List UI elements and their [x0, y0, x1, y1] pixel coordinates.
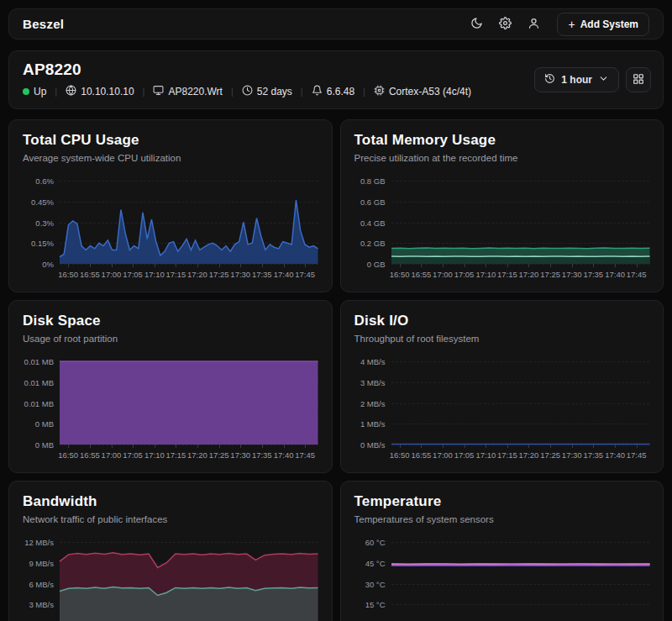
globe-icon: [66, 85, 76, 98]
x-axis-tick-label: 17:10: [144, 270, 165, 279]
x-axis-tick-label: 17:40: [605, 450, 625, 460]
temperature-chart-svg: [391, 542, 650, 621]
x-axis-tick: [90, 264, 91, 267]
x-axis-tick: [176, 445, 176, 448]
user-menu-button[interactable]: [522, 13, 545, 36]
x-axis-tick-label: 17:45: [627, 450, 647, 460]
memory-chart-svg: [391, 181, 650, 264]
y-axis-tick-label: 0.6%: [35, 176, 54, 186]
y-axis-tick-label: 30 °C: [365, 579, 386, 588]
hostname: AP8220.Wrt: [168, 86, 222, 97]
x-axis-tick: [486, 445, 486, 448]
x-axis-tick-label: 17:00: [433, 270, 453, 279]
x-axis-tick: [421, 264, 422, 267]
y-axis-tick-label: 0 MB: [35, 419, 54, 429]
x-axis-tick-label: 17:00: [102, 270, 122, 279]
x-axis-tick: [400, 445, 401, 448]
layout-grid-icon: [633, 73, 644, 87]
x-axis-tick-label: 16:55: [412, 270, 432, 279]
x-axis-tick-label: 16:55: [412, 450, 432, 460]
disk-space-chart-card: Disk Space Usage of root partition 0.01 …: [8, 300, 333, 473]
y-axis-tick-label: 2 MB/s: [360, 398, 386, 408]
x-axis-tick: [240, 445, 241, 448]
bandwidth-received-area: [60, 587, 318, 621]
x-axis-tick-label: 17:20: [519, 270, 539, 279]
x-axis-tick-label: 17:45: [627, 270, 647, 279]
disk-io-plot[interactable]: [391, 361, 650, 445]
x-axis-tick: [197, 264, 198, 267]
x-axis-tick: [68, 264, 69, 267]
chart-subtitle: Precise utilization at the recorded time: [354, 153, 650, 163]
x-axis-tick: [593, 445, 594, 448]
y-axis: 0.01 MB0.01 MB0.01 MB0 MB0 MB: [23, 361, 60, 445]
clock-icon: [242, 85, 253, 98]
x-axis-tick: [133, 264, 134, 267]
divider: |: [363, 87, 365, 97]
y-axis-tick-label: 60 °C: [365, 538, 386, 547]
status-label: Up: [34, 86, 46, 97]
x-axis-tick: [155, 264, 155, 267]
x-axis-tick: [528, 264, 529, 267]
x-axis-tick: [550, 445, 551, 448]
y-axis-tick-label: 0%: [42, 260, 54, 269]
chart-subtitle: Average system-wide CPU utilization: [23, 153, 318, 163]
layout-grid-button[interactable]: [626, 67, 651, 92]
x-axis-tick: [528, 445, 529, 448]
charts-grid: Total CPU Usage Average system-wide CPU …: [8, 119, 664, 621]
x-axis-tick-label: 16:55: [80, 450, 100, 460]
y-axis-tick-label: 0.01 MB: [24, 357, 54, 366]
x-axis: 16:5016:5517:0017:0517:1017:1517:2017:25…: [391, 445, 650, 462]
temperature-plot[interactable]: [391, 542, 650, 621]
x-axis-tick: [572, 445, 573, 448]
x-axis-tick: [572, 264, 573, 267]
x-axis-tick-label: 17:20: [519, 450, 539, 460]
diskio-chart-svg: [391, 361, 650, 445]
y-axis-tick-label: 0.8 GB: [360, 176, 386, 186]
x-axis-tick: [443, 445, 444, 448]
x-axis-tick: [421, 445, 422, 448]
x-axis-tick-label: 17:45: [295, 270, 315, 279]
x-axis-tick: [507, 264, 508, 267]
system-ip: 10.10.10.10: [66, 85, 134, 98]
cpu-cpu-area: [60, 200, 318, 264]
time-range-select[interactable]: 1 hour: [534, 67, 619, 92]
x-axis-tick: [112, 445, 113, 448]
disk-space-plot[interactable]: [60, 361, 318, 445]
add-system-button[interactable]: + Add System: [557, 13, 649, 36]
add-system-label: Add System: [580, 18, 638, 30]
x-axis-tick: [443, 264, 444, 267]
y-axis-tick-label: 0 MB: [35, 440, 54, 450]
x-axis-tick: [615, 264, 616, 267]
top-nav: Beszel + Add System: [8, 8, 664, 39]
y-axis-tick-label: 1 MB/s: [360, 419, 386, 429]
user-icon: [528, 17, 540, 32]
cpu-usage-plot[interactable]: [60, 181, 318, 264]
memory-usage-plot[interactable]: [391, 181, 650, 264]
theme-toggle-button[interactable]: [465, 13, 488, 36]
y-axis-tick-label: 15 °C: [365, 600, 386, 609]
x-axis-tick: [219, 264, 220, 267]
x-axis-tick-label: 17:20: [187, 450, 207, 460]
x-axis-tick-label: 17:30: [562, 270, 582, 279]
cpu-usage-chart-card: Total CPU Usage Average system-wide CPU …: [8, 119, 333, 292]
brand-logo[interactable]: Beszel: [23, 17, 64, 31]
x-axis-tick: [133, 445, 134, 448]
x-axis-tick: [90, 445, 91, 448]
y-axis-tick-label: 9 MB/s: [29, 558, 54, 567]
x-axis-tick: [68, 445, 69, 448]
bandwidth-plot[interactable]: [60, 542, 318, 621]
chevron-down-icon: [598, 73, 609, 87]
x-axis-tick: [486, 264, 486, 267]
x-axis-tick-label: 17:15: [165, 450, 186, 460]
x-axis-tick-label: 17:10: [144, 450, 165, 460]
x-axis-tick-label: 17:05: [454, 270, 475, 279]
settings-button[interactable]: [493, 13, 517, 36]
x-axis-tick: [615, 445, 616, 448]
x-axis-tick-label: 17:25: [540, 450, 560, 460]
x-axis-tick-label: 17:25: [209, 270, 229, 279]
system-info-bar: AP8220 Up | 10.10.10.10 | AP8220.Wrt |: [8, 50, 664, 109]
x-axis-tick-label: 17:30: [230, 450, 250, 460]
gear-icon: [499, 17, 512, 32]
bandwidth-chart-card: Bandwidth Network traffic of public inte…: [8, 481, 333, 621]
y-axis: 0.8 GB0.6 GB0.4 GB0.2 GB0 GB: [354, 181, 391, 264]
